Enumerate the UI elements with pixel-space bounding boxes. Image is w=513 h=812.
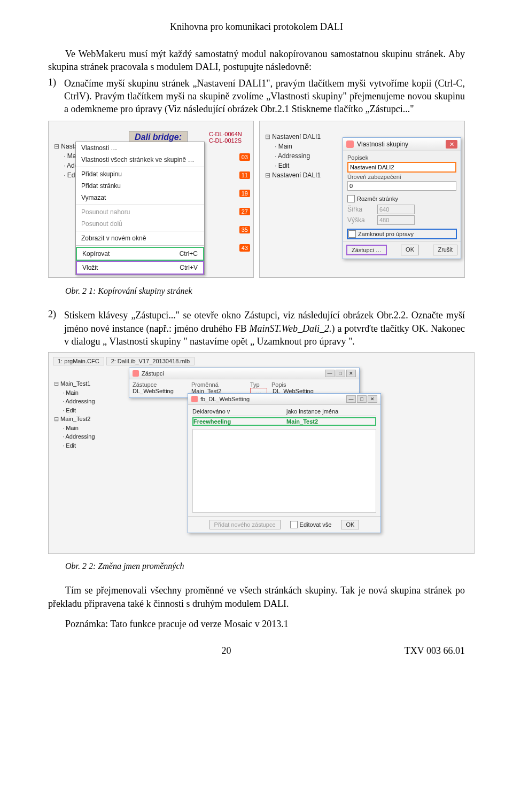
tree-leaf[interactable]: Main	[265, 142, 321, 151]
col-header: Zástupce	[133, 381, 186, 388]
tree-right: Nastavení DALI1 Main Addressing Edit Nas…	[262, 130, 324, 182]
cell: DL_WebSetting	[133, 388, 186, 395]
menu-move-up: Posunout nahoru	[76, 206, 204, 218]
badge: 03	[239, 153, 250, 161]
popisek-label: Popisek	[347, 154, 456, 161]
app-icon	[346, 140, 354, 148]
menu-properties[interactable]: Vlastnosti …	[76, 142, 204, 154]
window-controls[interactable]: —□✕	[325, 370, 356, 377]
cell: Freewheeling	[193, 418, 282, 425]
tree-root[interactable]: Main_Test1	[54, 379, 118, 388]
selected-row[interactable]: Freewheeling Main_Test2	[192, 417, 376, 426]
context-menu: Vlastnosti … Vlastnosti všech stránkek v…	[75, 142, 205, 275]
list-text-2: Stiskem klávesy „Zástupci..." se otevře …	[64, 309, 465, 348]
dialog-title: Vlastnosti skupiny	[357, 140, 408, 148]
edit-all-checkbox[interactable]	[290, 521, 298, 528]
col-header: Deklarováno v	[192, 408, 282, 415]
side-numbers: 03 11 19 27 35 43	[239, 153, 250, 252]
code-line-2: C-DL-0012S	[209, 137, 242, 144]
window-controls[interactable]: —□✕	[346, 395, 377, 403]
tree-fig2: Main_Test1 Main Addressing Edit Main_Tes…	[54, 379, 118, 450]
col-header: Popis	[271, 381, 325, 388]
close-icon[interactable]: ✕	[446, 140, 457, 149]
menu-copy[interactable]: Kopírovat Ctrl+C	[76, 247, 204, 261]
sirka-label: Šířka	[347, 206, 374, 213]
col-header: Proměnná	[191, 381, 245, 388]
figure-1-left: Dali bridge: C-DL-0064N C-DL-0012S Nasta…	[48, 121, 254, 278]
tree-leaf[interactable]: Edit	[54, 441, 118, 450]
badge: 27	[239, 208, 250, 215]
tree-root[interactable]: Main_Test2	[54, 415, 118, 424]
dialog-title: fb_DL_WebSetting	[200, 396, 250, 402]
list-num-2: 2)	[48, 309, 64, 348]
list-item-2: 2) Stiskem klávesy „Zástupci..." se otev…	[48, 309, 465, 348]
menu-delete[interactable]: Vymazat	[76, 192, 204, 204]
list-text-1: Označíme myší skupinu stránek „Nastavení…	[64, 77, 465, 116]
col-header: Typ	[250, 381, 266, 388]
tree-leaf[interactable]: Main	[54, 388, 118, 397]
zamknout-checkbox[interactable]	[348, 230, 356, 238]
dialog-titlebar: fb_DL_WebSetting —□✕	[188, 394, 380, 405]
badge: 19	[239, 190, 250, 197]
menu-move-down: Posunout dolů	[76, 218, 204, 230]
popisek-input[interactable]	[347, 162, 456, 173]
badge: 35	[239, 226, 250, 233]
rozmer-label: Rozměr stránky	[357, 196, 398, 202]
figure-1-right: Nastavení DALI1 Main Addressing Edit Nas…	[259, 121, 465, 278]
tree-leaf[interactable]: Addressing	[54, 432, 118, 441]
menu-add-page[interactable]: Přidat stránku	[76, 180, 204, 192]
figure-2: 1: prgMain.CFC 2: DaliLib_V17_20130418.m…	[48, 352, 475, 554]
uroven-input[interactable]	[347, 181, 456, 191]
zamknout-label: Zamknout pro úpravy	[358, 231, 414, 237]
uroven-label: Úroveň zabezpečení	[347, 174, 456, 180]
badge: 43	[239, 244, 250, 252]
paragraph-note: Poznámka: Tato funkce pracuje od verze M…	[48, 618, 465, 630]
fb-dialog: fb_DL_WebSetting —□✕ Deklarováno v jako …	[188, 393, 381, 533]
figure-2-caption: Obr. 2 2: Změna jmen proměnných	[65, 561, 465, 571]
shortcut-label: Ctrl+V	[180, 264, 198, 271]
tree-root[interactable]: Nastavení DALI1	[265, 132, 321, 142]
dialog-titlebar: Zástupci —□✕	[129, 368, 359, 379]
doc-id: TXV 003 66.01	[405, 645, 465, 657]
vyska-input	[377, 215, 415, 225]
menu-paste[interactable]: Vložit Ctrl+V	[76, 261, 204, 275]
tree-leaf[interactable]: Edit	[54, 406, 118, 415]
figure-1-caption: Obr. 2 1: Kopírování skupiny stránek	[65, 286, 465, 296]
page-footer: 20 TXV 003 66.01	[48, 645, 465, 657]
tree-leaf[interactable]: Main	[54, 424, 118, 433]
tab[interactable]: 2: DaliLib_V17_20130418.mlb	[106, 357, 195, 365]
tree-leaf[interactable]: Addressing	[54, 397, 118, 406]
tree-leaf[interactable]: Addressing	[265, 151, 321, 161]
figure-1: Dali bridge: C-DL-0064N C-DL-0012S Nasta…	[48, 121, 465, 278]
app-icon	[133, 370, 139, 377]
rozmer-checkbox[interactable]	[347, 195, 355, 202]
tab[interactable]: 1: prgMain.CFC	[53, 357, 104, 365]
editor-tabs: 1: prgMain.CFC 2: DaliLib_V17_20130418.m…	[53, 357, 470, 365]
col-header: jako instance jména	[286, 408, 376, 415]
dialog-title: Zástupci	[142, 370, 164, 377]
ok-button[interactable]: OK	[401, 245, 419, 255]
list-area	[192, 429, 376, 513]
menu-properties-all[interactable]: Vlastnosti všech stránkek ve skupině …	[76, 154, 204, 166]
page-number: 20	[221, 645, 231, 657]
zastupci-button[interactable]: Zástupci …	[346, 245, 387, 255]
ok-button[interactable]: OK	[341, 520, 359, 529]
vyska-label: Výška	[347, 216, 374, 224]
menu-open-window[interactable]: Zobrazit v novém okně	[76, 232, 204, 244]
cancel-button[interactable]: Zrušit	[433, 245, 457, 255]
menu-add-group[interactable]: Přidat skupinu	[76, 168, 204, 180]
shortcut-label: Ctrl+C	[180, 250, 198, 257]
add-proxy-button: Přidat nového zástupce	[209, 520, 281, 529]
paragraph-intro: Ve WebMakeru musí mýt každý samostatný m…	[48, 48, 465, 74]
sirka-input	[377, 205, 415, 214]
list-num-1: 1)	[48, 77, 64, 116]
list-item-1: 1) Označíme myší skupinu stránek „Nastav…	[48, 77, 465, 116]
tree-leaf[interactable]: Edit	[265, 161, 321, 170]
cell: Main_Test2	[286, 418, 375, 425]
paragraph-3: Tím se přejmenovali všechny proměnné ve …	[48, 584, 465, 610]
properties-dialog: Vlastnosti skupiny ✕ Popisek Úroveň zabe…	[343, 137, 461, 259]
tree-root[interactable]: Nastavení DALI1	[265, 170, 321, 180]
code-line-1: C-DL-0064N	[209, 131, 242, 137]
app-icon	[191, 396, 198, 402]
badge: 11	[239, 171, 250, 179]
